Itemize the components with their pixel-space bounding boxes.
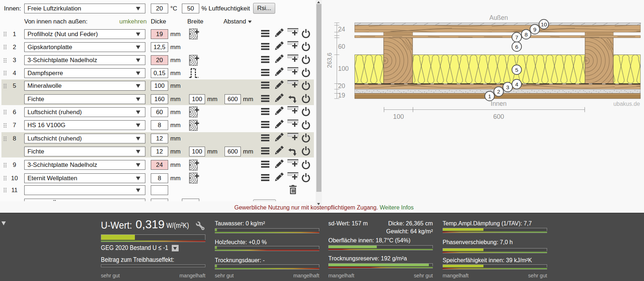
- svg-text:263,6: 263,6: [326, 53, 333, 68]
- svg-text:100: 100: [338, 65, 349, 72]
- svg-text:2: 2: [497, 88, 500, 95]
- svg-text:ubakus.de: ubakus.de: [613, 101, 640, 107]
- svg-text:20: 20: [338, 82, 345, 90]
- svg-text:600: 600: [493, 113, 504, 120]
- svg-text:7: 7: [515, 34, 519, 40]
- svg-text:Innen: Innen: [491, 100, 507, 107]
- svg-text:8: 8: [525, 31, 528, 38]
- svg-text:4: 4: [515, 81, 519, 87]
- svg-text:5: 5: [515, 67, 519, 73]
- svg-text:3: 3: [506, 84, 509, 90]
- svg-text:1: 1: [488, 93, 491, 99]
- svg-text:10: 10: [541, 21, 547, 27]
- svg-text:9: 9: [533, 26, 537, 33]
- svg-text:60: 60: [338, 43, 345, 50]
- svg-text:24: 24: [338, 26, 345, 33]
- svg-text:19: 19: [338, 92, 345, 99]
- svg-text:6: 6: [515, 44, 519, 50]
- svg-text:100: 100: [393, 113, 404, 120]
- svg-text:Außen: Außen: [489, 14, 508, 21]
